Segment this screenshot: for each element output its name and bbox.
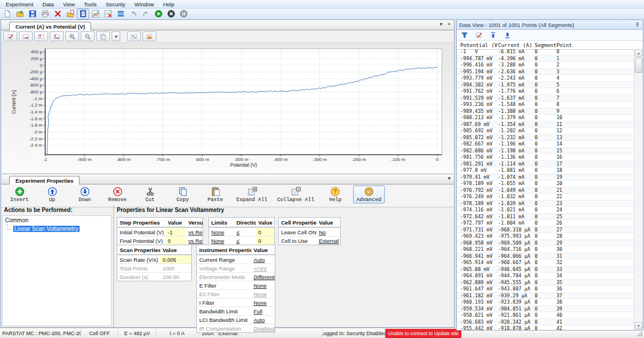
table-row[interactable]: -989.435 mV-1.388 mA09 — [457, 108, 634, 115]
table-row[interactable]: -994.302 mV-1.975 mA05 — [457, 82, 634, 89]
table-row[interactable]: -966.941 mV-964.066 µA031 — [457, 253, 634, 260]
autoscale-x-button[interactable] — [19, 32, 33, 41]
table-row[interactable]: -991.529 mV-1.637 mA07 — [457, 95, 634, 102]
table-row[interactable]: -987.69 mV-1.354 mA011 — [457, 121, 634, 128]
advanced-button[interactable]: Advanced — [353, 186, 385, 203]
lsv-curve-chart[interactable]: -1-900 m-800 m-700 m-600 m-500 m-400 m-3… — [1, 43, 454, 175]
down-button[interactable]: Down — [70, 186, 100, 203]
dropdown-caret-button[interactable] — [112, 32, 120, 41]
tree-node-linear-scan-voltammetry[interactable]: Linear Scan Voltammetry — [13, 226, 80, 232]
scrollbar-down-icon[interactable]: ▼ — [635, 322, 642, 329]
table-row[interactable]: -962.889 mV-945.555 µA035 — [457, 280, 634, 286]
table-row[interactable]: -969.423 mV-975.993 µA028 — [457, 233, 634, 240]
tree-node-common[interactable]: Common — [5, 217, 111, 223]
table-row[interactable]: -961.647 mV-943.807 µA036 — [457, 286, 634, 293]
expand-all-button[interactable]: Expand All — [233, 186, 271, 203]
limit-cell[interactable]: 0 — [256, 228, 274, 236]
copy-button[interactable]: Copy — [168, 186, 197, 203]
table-row[interactable]: -961.182 mV-939.29 µA037 — [457, 293, 634, 300]
table-row[interactable]: -964.091 mV-944.784 µA034 — [457, 273, 634, 280]
limit-cell[interactable]: ≤ — [234, 237, 256, 245]
table-row[interactable]: -978.189 mV-1.055 mA020 — [457, 180, 634, 187]
table-row[interactable]: -1 V-6.815 mA00 — [457, 49, 634, 56]
select-columns-button[interactable] — [475, 32, 483, 39]
table-row[interactable]: -959.534 mV-904.051 µA039 — [457, 306, 634, 313]
table-row[interactable]: -982.086 mV-1.198 mA015 — [457, 148, 634, 155]
cell-prop-cell[interactable]: No — [317, 228, 340, 236]
save-button[interactable] — [26, 9, 39, 19]
instrument-cell[interactable]: Auto — [251, 316, 275, 324]
menu-help[interactable]: Help — [159, 1, 179, 7]
cell-prop-cell[interactable]: External — [317, 237, 340, 245]
chart-tab-close-icon[interactable]: × — [448, 21, 451, 27]
table-row[interactable]: -965.08 mV-946.045 µA033 — [457, 266, 634, 273]
copy-graph-button[interactable] — [96, 32, 110, 41]
undo-button[interactable] — [127, 9, 140, 19]
scan-cell[interactable]: 0.005 — [160, 256, 191, 264]
menu-data[interactable]: Data — [38, 1, 58, 7]
data-list-button[interactable] — [114, 9, 127, 19]
table-row[interactable]: -985.692 mV-1.202 mA012 — [457, 128, 634, 135]
new-document-button[interactable] — [1, 9, 14, 19]
table-row[interactable]: -960.193 mV-923.839 µA038 — [457, 299, 634, 306]
redo-button[interactable] — [140, 9, 152, 19]
column-header-point[interactable]: Point — [556, 42, 579, 48]
resize-grip[interactable] — [637, 331, 643, 337]
step-cell[interactable]: 0 — [165, 237, 186, 245]
table-row[interactable]: -968.958 mV-969.509 µA029 — [457, 240, 634, 247]
table-row[interactable]: -977.8 mV-1.081 mA018 — [457, 167, 634, 174]
step-cell[interactable]: vs Ref — [186, 228, 203, 236]
table-row[interactable]: -995.194 mV-2.636 mA03 — [457, 69, 634, 76]
table-row[interactable]: -979.41 mV-1.074 mA019 — [457, 174, 634, 181]
properties-book-button[interactable] — [77, 9, 89, 19]
scrollbar-up-icon[interactable]: ▲ — [635, 49, 642, 57]
step-cell[interactable]: -1 — [165, 228, 186, 236]
limit-cell[interactable]: None — [209, 228, 234, 236]
table-row[interactable]: -955.442 mV-918.878 µA042 — [457, 325, 634, 330]
cut-button[interactable]: Cut — [135, 186, 165, 203]
up-button[interactable]: Up — [37, 186, 67, 203]
table-row[interactable]: -956.683 mV-920.342 µA041 — [457, 319, 634, 326]
help-button[interactable]: Help — [321, 186, 350, 203]
table-row[interactable]: -993.779 mV-2.243 mA04 — [457, 75, 634, 82]
zoom-in-button[interactable] — [65, 32, 79, 41]
insert-button[interactable]: Insert — [5, 186, 34, 203]
tab-experiment-properties[interactable]: Experiment Properties — [9, 176, 80, 184]
delete-button[interactable] — [52, 9, 64, 19]
table-row[interactable]: -958.021 mV-921.861 µA040 — [457, 312, 634, 319]
peak-find-button[interactable] — [143, 32, 156, 41]
step-cell[interactable]: vs Ref — [186, 237, 203, 245]
table-row[interactable]: -985.072 mV-1.232 mA013 — [457, 135, 634, 142]
instrument-cell[interactable]: None — [251, 281, 275, 289]
open-file-button[interactable] — [14, 9, 26, 19]
table-row[interactable]: -994.787 mV-4.396 mA01 — [457, 56, 634, 62]
table-row[interactable]: -974.116 mV-1.021 mA024 — [457, 207, 634, 214]
collapse-all-button[interactable]: Collapse All — [274, 186, 318, 203]
menu-window[interactable]: Window — [130, 1, 159, 7]
line-fit-button[interactable] — [127, 32, 141, 41]
instrument-cell[interactable]: None — [251, 298, 275, 306]
pin-icon[interactable] — [634, 22, 641, 28]
stop-button[interactable] — [165, 9, 177, 19]
instrument-cell[interactable]: Differential — [251, 273, 275, 281]
graph-button[interactable] — [89, 9, 102, 19]
chart-tab-dropdown-icon[interactable]: ▾ — [440, 21, 442, 27]
table-row[interactable]: -976.792 mV-1.049 mA021 — [457, 187, 634, 194]
autoscale-both-button[interactable] — [50, 32, 64, 41]
zoom-out-button[interactable] — [81, 32, 94, 41]
scrollbar-thumb[interactable] — [635, 58, 642, 73]
column-header-segment[interactable]: Segment — [535, 42, 556, 48]
experiment-properties-dropdown-icon[interactable]: ▾ — [448, 175, 451, 181]
tab-current-vs-potential[interactable]: Current (A) vs Potential (V) — [9, 22, 91, 30]
run-button[interactable] — [152, 9, 165, 19]
table-row[interactable]: -971.731 mV-968.318 µA027 — [457, 227, 634, 234]
table-row[interactable]: -991.762 mV-1.776 mA06 — [457, 88, 634, 95]
table-row[interactable]: -972.797 mV-1.004 mA026 — [457, 220, 634, 227]
data-table-scrollbar[interactable]: ▲ ▼ — [634, 49, 643, 330]
track-data-button[interactable] — [3, 32, 17, 41]
table-row[interactable]: -981.291 mV-1.114 mA017 — [457, 161, 634, 168]
table-row[interactable]: -988.213 mV-1.379 mA010 — [457, 115, 634, 121]
table-row[interactable]: -972.642 mV-1.011 mA025 — [457, 214, 634, 221]
print-button[interactable] — [39, 9, 52, 19]
menu-tools[interactable]: Tools — [80, 1, 101, 7]
